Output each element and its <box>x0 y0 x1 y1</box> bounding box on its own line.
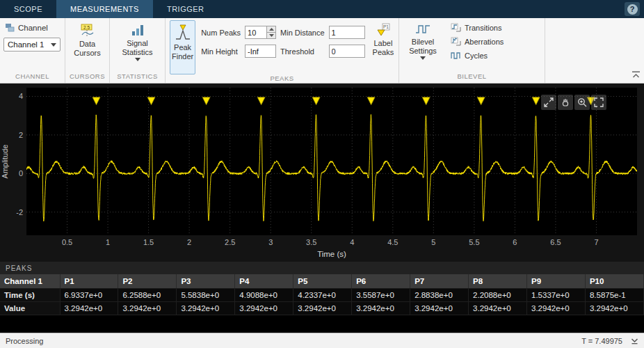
spinner-down-icon[interactable] <box>267 33 276 39</box>
signal-statistics-button[interactable]: Signal Statistics <box>116 21 159 72</box>
svg-text:3.5: 3.5 <box>306 238 316 246</box>
peaks-cell: 3.2942e+0 <box>235 302 293 315</box>
transitions-button[interactable]: Transitions <box>448 22 506 33</box>
peaks-col-p5: P5 <box>293 274 352 289</box>
aberrations-button[interactable]: Aberrations <box>448 35 506 47</box>
min-height-input[interactable] <box>245 45 276 58</box>
channel-header: Channel <box>5 23 61 32</box>
peaks-row-label: Time (s) <box>0 289 60 302</box>
pan-hand-icon <box>560 97 571 108</box>
status-expand-icon[interactable] <box>631 338 638 345</box>
toolstrip-section-channel: Channel Channel 1 CHANNEL <box>0 18 65 83</box>
bilevel-settings-button[interactable]: Bilevel Settings <box>403 20 442 72</box>
transitions-icon <box>451 23 461 32</box>
section-label-bilevel: BILEVEL <box>399 72 545 83</box>
peaks-cell: 3.2942e+0 <box>585 302 643 315</box>
tab-bar: SCOPE MEASUREMENTS TRIGGER ? <box>0 0 644 18</box>
peaks-cell: 3.2942e+0 <box>177 302 235 315</box>
svg-text:P1: P1 <box>383 24 389 29</box>
zoom-in-button[interactable] <box>574 95 590 110</box>
svg-text:5.5: 5.5 <box>469 238 479 246</box>
svg-text:4: 4 <box>19 92 23 100</box>
toolstrip-filler <box>545 18 644 83</box>
time-readout: T = 7.49975 <box>581 337 622 345</box>
svg-text:-2: -2 <box>16 208 23 216</box>
peaks-cell: 6.2588e+0 <box>118 289 177 302</box>
svg-text:7: 7 <box>594 238 598 246</box>
svg-text:0.5: 0.5 <box>62 238 72 246</box>
signal-statistics-label: Signal Statistics <box>118 39 157 56</box>
channel-select[interactable]: Channel 1 <box>3 38 61 52</box>
peaks-col-p6: P6 <box>352 274 410 289</box>
section-label-peaks: PEAKS <box>166 74 399 83</box>
help-icon: ? <box>627 4 638 15</box>
zoom-in-icon <box>577 97 588 108</box>
toolstrip-section-cursors: 2.5 Data Cursors CURSORS <box>65 18 110 83</box>
toolstrip: Channel Channel 1 CHANNEL 2.5 <box>0 18 644 84</box>
tab-measurements[interactable]: MEASUREMENTS <box>56 0 153 18</box>
channel-icon <box>5 23 15 32</box>
table-row: Value3.2942e+03.2942e+03.2942e+03.2942e+… <box>0 302 644 315</box>
bilevel-settings-icon <box>415 23 430 35</box>
label-peaks-button[interactable]: P1 Label Peaks <box>371 20 396 59</box>
svg-text:2: 2 <box>19 131 23 139</box>
svg-text:1: 1 <box>106 238 110 246</box>
maximize-icon <box>543 97 554 108</box>
signal-statistics-icon <box>131 24 145 37</box>
collapse-toolstrip-icon <box>631 71 641 78</box>
plot-canvas[interactable]: 0.511.522.533.544.555.566.57420-2Time (s… <box>0 84 644 262</box>
data-cursors-button[interactable]: 2.5 Data Cursors <box>70 21 106 72</box>
toolstrip-section-peaks: Peak Finder Num Peaks Min Distance Min H… <box>166 18 399 83</box>
chevron-down-icon <box>135 58 140 61</box>
num-peaks-spinner[interactable] <box>267 26 276 39</box>
svg-text:2.5: 2.5 <box>83 25 89 30</box>
svg-text:Time (s): Time (s) <box>317 250 346 258</box>
peak-finder-toggle[interactable]: Peak Finder <box>170 20 195 74</box>
tab-trigger[interactable]: TRIGGER <box>153 0 218 18</box>
collapse-toolstrip-button[interactable] <box>631 68 641 81</box>
peaks-cell: 2.2088e+0 <box>469 289 527 302</box>
num-peaks-input[interactable] <box>245 26 267 39</box>
peaks-cell: 3.2942e+0 <box>60 302 118 315</box>
cycles-button[interactable]: Cycles <box>448 49 506 61</box>
bilevel-settings-label: Bilevel Settings <box>405 38 440 55</box>
scope-display: 0.511.522.533.544.555.566.57420-2Time (s… <box>0 84 644 262</box>
scope-window: SCOPE MEASUREMENTS TRIGGER ? Channel Cha… <box>0 0 644 348</box>
fit-to-view-button[interactable] <box>591 95 606 110</box>
threshold-label: Threshold <box>280 47 325 56</box>
peaks-col-p7: P7 <box>410 274 469 289</box>
toolstrip-section-statistics: Signal Statistics STATISTICS <box>110 18 166 83</box>
peaks-cell: 1.5337e+0 <box>527 289 586 302</box>
section-label-statistics: STATISTICS <box>110 72 165 83</box>
svg-text:0: 0 <box>19 169 23 177</box>
peaks-panel-title: PEAKS <box>0 262 644 274</box>
threshold-input[interactable] <box>329 45 365 58</box>
peaks-cell: 3.5587e+0 <box>352 289 410 302</box>
peaks-cell: 4.2337e+0 <box>293 289 352 302</box>
peaks-cell: 3.2942e+0 <box>527 302 586 315</box>
channel-label: Channel <box>18 24 48 32</box>
help-button[interactable]: ? <box>625 2 640 16</box>
fit-to-view-icon <box>593 97 604 108</box>
num-peaks-label: Num Peaks <box>201 29 241 37</box>
tab-scope[interactable]: SCOPE <box>0 0 56 18</box>
peaks-col-p1: P1 <box>60 274 118 289</box>
spinner-up-icon[interactable] <box>267 26 276 33</box>
peaks-cell: 2.8838e+0 <box>410 289 469 302</box>
status-bar: Processing T = 7.49975 <box>0 333 644 348</box>
min-distance-input[interactable] <box>329 26 365 39</box>
maximize-axes-button[interactable] <box>541 95 556 110</box>
peaks-col-p8: P8 <box>469 274 527 289</box>
svg-text:1.5: 1.5 <box>143 238 154 246</box>
peaks-cell: 4.9088e+0 <box>235 289 293 302</box>
toolstrip-section-bilevel: Bilevel Settings Transitions <box>399 18 545 83</box>
peaks-col-p3: P3 <box>177 274 235 289</box>
pan-button[interactable] <box>558 95 573 110</box>
peaks-cell: 3.2942e+0 <box>410 302 469 315</box>
transitions-label: Transitions <box>465 24 501 32</box>
svg-text:5: 5 <box>431 238 435 246</box>
peaks-col-p9: P9 <box>527 274 586 289</box>
plot-toolbar <box>541 95 606 110</box>
svg-text:6.5: 6.5 <box>550 238 561 246</box>
peaks-col-p10: P10 <box>585 274 643 289</box>
